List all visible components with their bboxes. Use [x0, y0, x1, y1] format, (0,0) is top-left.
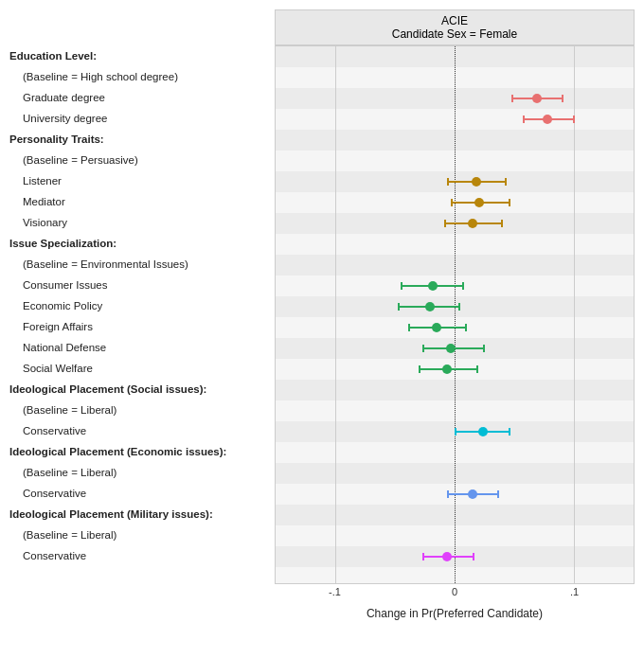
x-tick-label: -.1	[329, 586, 341, 597]
plot-area	[275, 45, 635, 584]
y-label-row: (Baseline = Persuasive)	[9, 150, 275, 170]
y-label-row: Ideological Placement (Military issues):	[9, 504, 275, 525]
error-bar-cap-left	[523, 116, 525, 123]
y-label-row: Education Level:	[9, 45, 275, 66]
error-bar-cap-right	[458, 303, 460, 311]
error-bar-cap-left	[444, 220, 446, 227]
error-bar-cap-right	[497, 490, 499, 498]
error-bar-cap-right	[501, 220, 503, 227]
data-point-dot	[468, 489, 477, 499]
chart-title-line2: Candidate Sex = Female	[304, 27, 605, 41]
y-label-row: Conservative	[9, 420, 275, 441]
error-bar-cap-left	[401, 282, 402, 290]
y-label-row: (Baseline = Liberal)	[9, 400, 275, 420]
error-bar-cap-right	[465, 324, 467, 331]
error-bar-cap-right	[483, 345, 485, 352]
error-bar-cap-right	[509, 199, 510, 206]
error-bar-cap-left	[447, 490, 449, 498]
y-label-row: (Baseline = High school degree)	[9, 66, 275, 87]
chart-title-box: ACIE Candidate Sex = Female	[275, 9, 635, 45]
x-axis-title: Change in Pr(Preferred Candidate)	[275, 607, 635, 620]
error-bar-cap-right	[573, 116, 575, 123]
y-label-row: Conservative	[9, 483, 275, 504]
y-label-row: Listener	[9, 170, 275, 191]
error-bar-cap-left	[455, 428, 456, 436]
error-bar-cap-right	[505, 178, 507, 186]
y-label-row: Visionary	[9, 212, 275, 233]
y-label-row: Graduate degree	[9, 87, 275, 108]
data-point-dot	[472, 177, 481, 187]
data-point-dot	[532, 94, 542, 103]
y-labels: Education Level:(Baseline = High school …	[9, 45, 275, 584]
y-label-row: (Baseline = Liberal)	[9, 525, 275, 545]
y-label-row: Foreign Affairs	[9, 316, 275, 337]
y-label-row: Economic Policy	[9, 295, 275, 316]
error-bar-cap-right	[462, 282, 464, 290]
y-label-row: Conservative	[9, 545, 275, 566]
error-bar-cap-left	[422, 345, 424, 352]
data-point-dot	[425, 302, 435, 311]
y-label-row: Mediator	[9, 191, 275, 212]
error-bar-cap-right	[473, 553, 474, 560]
y-label-row: (Baseline = Liberal)	[9, 462, 275, 483]
y-label-row: Consumer Issues	[9, 275, 275, 295]
grid-line	[455, 46, 456, 583]
error-bar-cap-right	[509, 428, 510, 436]
error-bar-cap-left	[511, 95, 513, 102]
error-bar-cap-left	[398, 303, 400, 311]
chart-body: Education Level:(Baseline = High school …	[9, 45, 635, 584]
x-tick-label: 0	[452, 586, 457, 597]
grid-line	[335, 46, 336, 583]
grid-line	[574, 46, 575, 583]
error-bar-cap-left	[422, 553, 424, 560]
chart-title-area: ACIE Candidate Sex = Female	[275, 9, 635, 45]
y-label-row: Ideological Placement (Economic issues):	[9, 441, 275, 462]
chart-container: ACIE Candidate Sex = Female Education Le…	[0, 0, 644, 658]
y-label-row: National Defense	[9, 337, 275, 358]
error-bar-cap-left	[419, 365, 420, 373]
y-label-row: Issue Specialization:	[9, 233, 275, 254]
y-label-row: Social Welfare	[9, 358, 275, 379]
x-tick-label: .1	[570, 586, 579, 597]
y-label-row: Personality Traits:	[9, 129, 275, 150]
error-bar-cap-right	[562, 95, 564, 102]
error-bar-cap-left	[447, 178, 449, 186]
y-label-row: University degree	[9, 108, 275, 129]
x-axis-area: -.10.1	[275, 586, 635, 605]
error-bar-cap-left	[451, 199, 453, 206]
data-point-dot	[468, 219, 477, 228]
chart-title-line1: ACIE	[304, 14, 605, 27]
y-label-row: (Baseline = Environmental Issues)	[9, 254, 275, 275]
x-ticks: -.10.1	[275, 586, 635, 605]
error-bar-cap-left	[408, 324, 410, 331]
y-label-row: Ideological Placement (Social issues):	[9, 379, 275, 400]
error-bar-cap-right	[476, 365, 478, 373]
